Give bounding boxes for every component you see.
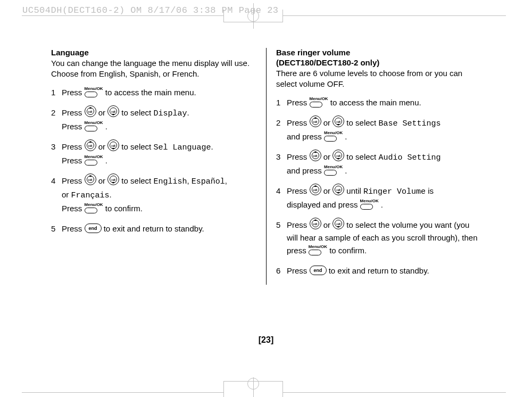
- list-item: 3 Press rdl or rdl to select Sel Languag…: [51, 140, 256, 167]
- nav-down-icon: rdl: [107, 173, 119, 185]
- list-item: 4 Press rdl or rdl to select English, Es…: [51, 175, 256, 215]
- left-column: Language You can change the language the…: [51, 48, 267, 285]
- step-number: 4: [276, 185, 287, 211]
- step-body: Press rdl or rdl to select Sel Language.…: [62, 140, 256, 167]
- menuok-icon: Menu/OK: [324, 165, 343, 176]
- nav-up-icon: rdl: [310, 184, 321, 195]
- left-heading: Language: [51, 48, 256, 57]
- step-number: 5: [276, 219, 287, 257]
- nav-up-icon: rdl: [310, 218, 321, 229]
- step-body: Press rdl or rdl until Ringer Volume is …: [287, 185, 482, 211]
- end-icon: end: [310, 266, 327, 275]
- right-heading-1: Base ringer volume: [276, 48, 482, 57]
- right-column: Base ringer volume (DECT180/DECT180-2 on…: [267, 48, 482, 285]
- left-intro: You can change the language the menu dis…: [51, 58, 256, 79]
- nav-down-icon: rdl: [332, 150, 344, 161]
- step-number: 1: [276, 96, 287, 109]
- right-steps: 1 Press Menu/OK to access the main menu.…: [276, 96, 482, 277]
- crop-mark-bottom: [223, 381, 283, 397]
- nav-down-icon: rdl: [107, 105, 119, 117]
- nav-up-icon: rdl: [310, 115, 321, 127]
- list-item: 2 Press rdl or rdl to select Display. Pr…: [51, 106, 256, 133]
- menuok-icon: Menu/OK: [85, 155, 103, 166]
- step-number: 3: [51, 140, 62, 167]
- nav-up-icon: rdl: [85, 139, 96, 151]
- list-item: 1 Press Menu/OK to access the main menu.: [276, 96, 482, 109]
- list-item: 3 Press rdl or rdl to select Audio Setti…: [276, 151, 482, 177]
- right-intro: There are 6 volume levels to choose from…: [276, 68, 482, 89]
- list-item: 5 Press rdl or rdl to select the volume …: [276, 219, 482, 257]
- menuok-icon: Menu/OK: [85, 203, 103, 213]
- page-content: Language You can change the language the…: [51, 48, 482, 285]
- menuok-icon: Menu/OK: [85, 87, 103, 97]
- list-item: 4 Press rdl or rdl until Ringer Volume i…: [276, 185, 482, 211]
- nav-down-icon: rdl: [332, 218, 344, 229]
- nav-down-icon: rdl: [332, 115, 344, 127]
- menuok-icon: Menu/OK: [309, 245, 327, 255]
- nav-up-icon: rdl: [85, 173, 96, 185]
- page-number: [23]: [0, 335, 532, 345]
- list-item: 5 Press end to exit and return to standb…: [51, 222, 256, 235]
- step-number: 4: [51, 175, 62, 215]
- step-number: 3: [276, 151, 287, 177]
- step-body: Press rdl or rdl to select Audio Setting…: [287, 151, 482, 177]
- crop-mark-top: [223, 10, 283, 22]
- nav-up-icon: rdl: [310, 150, 321, 161]
- list-item: 6 Press end to exit and return to standb…: [276, 264, 482, 277]
- step-body: Press rdl or rdl to select Display. Pres…: [62, 106, 256, 133]
- step-body: Press Menu/OK to access the main menu.: [62, 86, 256, 99]
- step-number: 1: [51, 86, 62, 99]
- menuok-icon: Menu/OK: [85, 121, 103, 131]
- step-body: Press rdl or rdl to select English, Espa…: [62, 175, 256, 215]
- right-heading-2: (DECT180/DECT180-2 only): [276, 58, 482, 67]
- menuok-icon: Menu/OK: [324, 131, 343, 142]
- step-number: 2: [51, 106, 62, 133]
- menuok-icon: Menu/OK: [310, 97, 328, 107]
- nav-up-icon: rdl: [85, 105, 96, 117]
- list-item: 2 Press rdl or rdl to select Base Settin…: [276, 117, 482, 143]
- step-body: Press rdl or rdl to select Base Settings…: [287, 117, 482, 143]
- list-item: 1 Press Menu/OK to access the main menu.: [51, 86, 256, 99]
- step-body: Press rdl or rdl to select the volume yo…: [287, 219, 482, 257]
- menuok-icon: Menu/OK: [360, 199, 379, 210]
- step-number: 2: [276, 117, 287, 143]
- step-body: Press end to exit and return to standby.: [62, 222, 256, 235]
- left-steps: 1 Press Menu/OK to access the main menu.…: [51, 86, 256, 235]
- step-number: 5: [51, 222, 62, 235]
- step-number: 6: [276, 264, 287, 277]
- end-icon: end: [85, 224, 102, 233]
- nav-down-icon: rdl: [107, 139, 119, 151]
- step-body: Press end to exit and return to standby.: [287, 264, 482, 277]
- step-body: Press Menu/OK to access the main menu.: [287, 96, 482, 109]
- nav-down-icon: rdl: [332, 184, 344, 195]
